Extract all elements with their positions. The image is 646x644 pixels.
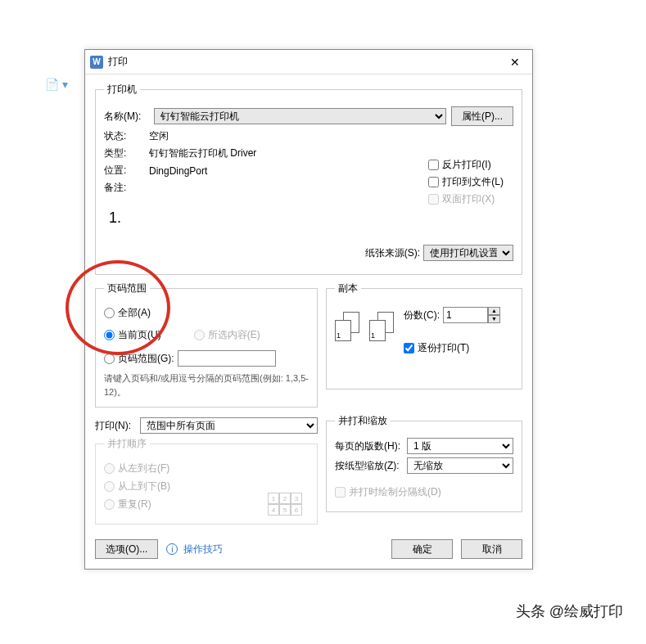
printer-name-select[interactable]: 钉钉智能云打印机	[154, 108, 446, 124]
ok-button[interactable]: 确定	[391, 539, 453, 559]
paper-source-label: 纸张来源(S):	[365, 246, 420, 260]
copies-group: 副本 2 1 2 1	[326, 281, 522, 390]
order-tb-radio	[104, 481, 115, 492]
range-selection-radio	[194, 330, 205, 340]
info-icon: i	[166, 543, 178, 555]
zoom-group: 并打和缩放 每页的版数(H): 1 版 按纸型缩放(Z): 无缩放	[326, 414, 522, 512]
print-what-select[interactable]: 范围中所有页面	[140, 417, 318, 434]
range-all-label: 全部(A)	[118, 306, 151, 320]
options-button[interactable]: 选项(O)...	[95, 539, 158, 559]
type-label: 类型:	[104, 146, 149, 160]
dialog-title: 打印	[108, 55, 503, 69]
order-lr-radio	[104, 463, 115, 474]
duplex-checkbox	[428, 194, 439, 205]
paper-source-select[interactable]: 使用打印机设置	[423, 245, 513, 261]
app-icon: W	[90, 56, 103, 69]
copies-count-label: 份数(C):	[404, 308, 440, 322]
step-number: 1.	[109, 209, 513, 227]
copies-spin-up[interactable]: ▲	[488, 307, 500, 315]
tips-link[interactable]: i 操作技巧	[166, 543, 222, 556]
printer-name-label: 名称(M):	[104, 110, 149, 124]
duplex-check: 双面打印(X)	[428, 192, 504, 206]
print-order-group: 并打顺序 从左到右(F) 从上到下(B) 重复(R) 123456	[95, 437, 318, 525]
copies-count-input[interactable]	[443, 307, 488, 323]
page-range-group: 页码范围 全部(A) 当前页(U) 所选内容(E)	[95, 281, 318, 408]
range-all-radio[interactable]	[104, 308, 115, 318]
printer-legend: 打印机	[104, 83, 140, 97]
print-order-legend: 并打顺序	[104, 437, 150, 451]
copies-legend: 副本	[335, 281, 361, 295]
range-selection-label: 所选内容(E)	[208, 328, 260, 342]
pages-per-sheet-select[interactable]: 1 版	[407, 438, 513, 454]
page-range-legend: 页码范围	[104, 281, 150, 295]
reverse-print-check[interactable]: 反片打印(I)	[428, 158, 504, 172]
draw-borders-check: 并打时绘制分隔线(D)	[335, 485, 513, 499]
reverse-print-checkbox[interactable]	[428, 160, 439, 170]
titlebar: W 打印 ✕	[85, 50, 532, 74]
print-dialog: W 打印 ✕ 打印机 名称(M): 钉钉智能云打印机 属性(P)... 状态: …	[84, 49, 533, 570]
printer-group: 打印机 名称(M): 钉钉智能云打印机 属性(P)... 状态: 空闲 类型: …	[95, 83, 522, 275]
print-to-file-check[interactable]: 打印到文件(L)	[428, 175, 504, 189]
scale-select[interactable]: 无缩放	[407, 457, 513, 474]
properties-button[interactable]: 属性(P)...	[451, 106, 513, 126]
range-pages-input[interactable]	[178, 350, 276, 367]
order-repeat-radio	[104, 499, 115, 510]
collate-check[interactable]: 逐份打印(T)	[404, 341, 500, 355]
status-value: 空闲	[149, 129, 513, 143]
page-range-hint: 请键入页码和/或用逗号分隔的页码范围(例如: 1,3,5-12)。	[104, 372, 309, 399]
status-label: 状态:	[104, 129, 149, 143]
pages-per-sheet-label: 每页的版数(H):	[335, 439, 407, 453]
cancel-button[interactable]: 取消	[461, 539, 522, 559]
range-current-label: 当前页(U)	[118, 328, 161, 342]
close-button[interactable]: ✕	[503, 56, 527, 69]
collate-icon: 2 1 2 1	[335, 312, 395, 345]
zoom-legend: 并打和缩放	[335, 414, 391, 428]
location-label: 位置:	[104, 164, 149, 178]
comment-label: 备注:	[104, 181, 149, 195]
range-pages-label: 页码范围(G):	[118, 352, 174, 366]
print-to-file-checkbox[interactable]	[428, 177, 439, 187]
draw-borders-checkbox	[335, 487, 346, 498]
order-repeat-label: 重复(R)	[118, 498, 151, 511]
nup-grid-icon: 123456	[268, 493, 302, 516]
document-icon: 📄 ▾	[45, 78, 68, 91]
order-lr-label: 从左到右(F)	[118, 462, 169, 475]
range-current-radio[interactable]	[104, 330, 115, 340]
watermark: 头条 @绘威打印	[516, 601, 623, 621]
print-what-label: 打印(N):	[95, 419, 140, 433]
copies-spin-down[interactable]: ▼	[488, 315, 500, 323]
order-tb-label: 从上到下(B)	[118, 480, 170, 493]
scale-label: 按纸型缩放(Z):	[335, 459, 407, 473]
range-pages-radio[interactable]	[104, 354, 115, 364]
collate-checkbox[interactable]	[404, 343, 414, 354]
